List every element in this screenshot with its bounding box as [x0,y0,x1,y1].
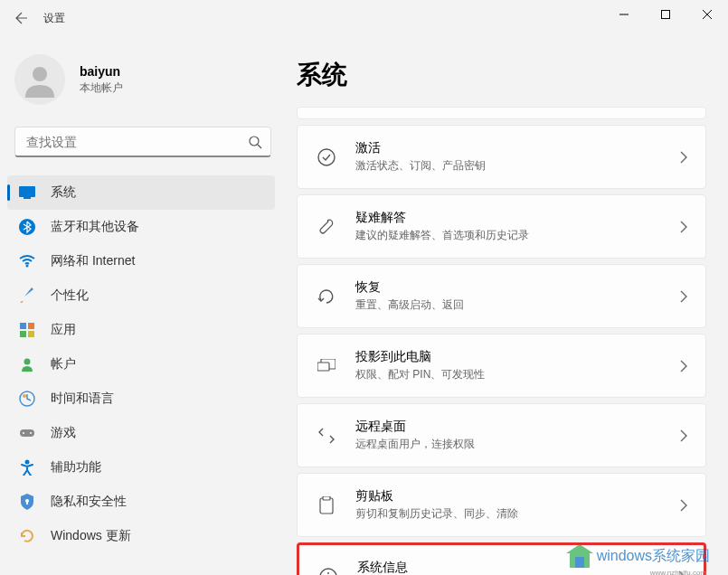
app-title: 设置 [43,11,65,26]
card-clipboard[interactable]: 剪贴板 剪切和复制历史记录、同步、清除 [297,473,706,537]
close-icon [703,10,712,19]
titlebar: 设置 [0,0,728,36]
search-icon [248,135,262,149]
content-area: baiyun 本地帐户 系统 蓝牙和其他设备 网络和 Internet [0,36,728,575]
svg-rect-24 [323,496,330,500]
apps-icon [18,321,36,339]
svg-rect-0 [662,11,670,19]
sidebar-item-bluetooth[interactable]: 蓝牙和其他设备 [7,210,275,244]
card-desc: 剪切和复制历史记录、同步、清除 [355,506,680,522]
nav-label: 时间和语言 [51,391,114,407]
watermark: windows系统家园 [566,544,710,568]
svg-point-15 [23,432,24,434]
check-circle-icon [316,148,337,166]
svg-point-1 [33,67,47,81]
card-content: 疑难解答 建议的疑难解答、首选项和历史记录 [355,210,680,243]
card-title: 恢复 [355,279,680,296]
back-arrow-icon [14,11,29,25]
svg-point-17 [25,460,30,465]
sidebar-item-windows-update[interactable]: Windows 更新 [7,519,275,553]
card-desc: 权限、配对 PIN、可发现性 [355,367,680,382]
nav-label: 辅助功能 [51,459,101,476]
nav-label: 网络和 Internet [51,253,135,269]
clock-icon [18,390,36,408]
sidebar-item-network[interactable]: 网络和 Internet [7,244,275,278]
card-remote-desktop[interactable]: 远程桌面 远程桌面用户，连接权限 [297,403,706,467]
watermark-logo-icon [566,544,593,568]
card-content: 投影到此电脑 权限、配对 PIN、可发现性 [355,349,680,382]
project-icon [316,359,337,373]
sidebar-item-accessibility[interactable]: 辅助功能 [7,450,275,485]
svg-rect-9 [20,331,26,337]
nav-label: 应用 [51,322,76,338]
back-button[interactable] [4,0,40,36]
partial-card[interactable] [297,107,706,119]
svg-point-25 [320,569,336,576]
sidebar-item-accounts[interactable]: 帐户 [7,347,275,382]
svg-point-20 [318,149,335,165]
card-title: 远程桌面 [355,419,680,435]
svg-point-26 [327,572,329,574]
user-section[interactable]: baiyun 本地帐户 [7,36,275,127]
system-icon [18,184,36,202]
card-recovery[interactable]: 恢复 重置、高级启动、返回 [297,264,706,328]
nav-label: 帐户 [51,356,76,372]
sidebar-item-apps[interactable]: 应用 [7,313,275,347]
chevron-right-icon [680,360,687,372]
card-content: 剪贴板 剪切和复制历史记录、同步、清除 [355,488,680,522]
svg-point-13 [23,394,26,398]
sidebar-item-gaming[interactable]: 游戏 [7,416,275,450]
card-content: 远程桌面 远程桌面用户，连接权限 [355,419,680,452]
sidebar-item-privacy[interactable]: 隐私和安全性 [7,485,275,519]
sidebar-item-system[interactable]: 系统 [7,175,275,210]
svg-rect-19 [26,501,28,504]
recovery-icon [316,288,337,306]
card-desc: 远程桌面用户，连接权限 [355,437,680,452]
minimize-button[interactable] [603,0,645,29]
nav-label: 个性化 [51,288,89,304]
svg-rect-28 [575,557,584,568]
card-title: 剪贴板 [355,488,680,504]
sidebar-item-personalization[interactable]: 个性化 [7,278,275,313]
svg-rect-7 [20,323,26,329]
card-activation[interactable]: 激活 激活状态、订阅、产品密钥 [297,125,706,189]
main-content: 系统 激活 激活状态、订阅、产品密钥 疑难解答 建议的疑难解答、首选项和历史记录 [286,36,728,575]
accessibility-icon [18,458,36,476]
page-title: 系统 [297,58,706,92]
maximize-button[interactable] [645,0,686,29]
wifi-icon [18,252,36,270]
remote-icon [316,427,337,445]
brush-icon [18,287,36,305]
chevron-right-icon [680,429,687,442]
svg-rect-22 [317,363,329,371]
chevron-right-icon [680,151,687,164]
card-troubleshoot[interactable]: 疑难解答 建议的疑难解答、首选项和历史记录 [297,194,706,259]
bluetooth-icon [18,218,36,236]
nav-label: Windows 更新 [51,528,131,544]
sidebar-item-time-language[interactable]: 时间和语言 [7,382,275,416]
search-box [14,127,271,157]
svg-rect-10 [28,331,34,337]
close-button[interactable] [686,0,728,29]
info-icon [317,568,339,576]
shield-icon [18,493,36,511]
card-title: 激活 [355,140,680,156]
watermark-sub: www.nzhaifu.com [650,569,706,575]
card-content: 激活 激活状态、订阅、产品密钥 [355,140,680,174]
wrench-icon [316,218,337,236]
nav-label: 蓝牙和其他设备 [51,219,139,235]
card-desc: 重置、高级启动、返回 [355,297,680,313]
card-content: 恢复 重置、高级启动、返回 [355,279,680,313]
card-desc: 激活状态、订阅、产品密钥 [355,158,680,174]
card-title: 投影到此电脑 [355,349,680,365]
card-projecting[interactable]: 投影到此电脑 权限、配对 PIN、可发现性 [297,334,706,398]
user-type: 本地帐户 [80,80,123,96]
chevron-right-icon [680,290,687,303]
person-icon [18,355,36,373]
watermark-text: windows系统家园 [597,547,710,566]
search-input[interactable] [14,127,271,157]
svg-rect-14 [20,429,34,437]
nav-label: 隐私和安全性 [51,494,127,510]
chevron-right-icon [680,499,687,512]
chevron-right-icon [680,221,687,233]
